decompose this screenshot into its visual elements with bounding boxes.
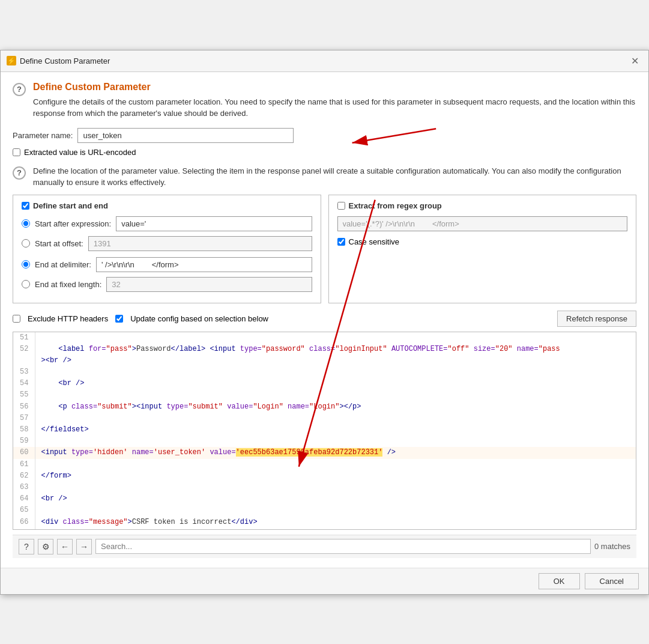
end-delimiter-radio[interactable] xyxy=(22,260,30,269)
header-content: Define Custom Parameter Configure the de… xyxy=(33,82,636,120)
end-fixed-input[interactable] xyxy=(106,277,312,292)
update-config-label: Update config based on selection below xyxy=(130,314,268,323)
help-bottom-button[interactable]: ? xyxy=(19,539,34,554)
line-num: 57 xyxy=(13,413,35,424)
table-row: 60 <input type='hidden' name='user_token… xyxy=(13,447,636,458)
update-config-checkbox[interactable] xyxy=(115,315,123,323)
start-offset-input[interactable] xyxy=(88,236,312,251)
start-offset-row: Start at offset: xyxy=(22,236,312,251)
extract-regex-panel: Extract from regex group Case sensitive xyxy=(328,195,637,303)
cancel-button[interactable]: Cancel xyxy=(585,573,639,589)
line-num: 66 xyxy=(13,517,35,528)
code-line xyxy=(35,528,636,530)
end-fixed-label: End at fixed length: xyxy=(35,280,101,289)
panel-title-row-left: Define start and end xyxy=(22,201,312,210)
case-sensitive-label: Case sensitive xyxy=(349,237,400,246)
table-row: 56 <p class="submit"><input type="submit… xyxy=(13,401,636,413)
start-after-input[interactable] xyxy=(116,216,312,231)
code-line xyxy=(35,459,636,470)
exclude-http-headers-label: Exclude HTTP headers xyxy=(28,314,108,323)
line-num: 64 xyxy=(13,493,35,505)
define-start-end-checkbox[interactable] xyxy=(22,202,29,210)
code-line xyxy=(35,332,636,344)
title-bar-left: ⚡ Define Custom Parameter xyxy=(7,56,110,65)
case-sensitive-checkbox[interactable] xyxy=(337,238,345,246)
header-description: Configure the details of the custom para… xyxy=(33,96,636,120)
extract-regex-checkbox[interactable] xyxy=(337,202,345,210)
code-table: 51 52 <label for="pass">Password</label>… xyxy=(13,332,636,530)
code-line: <div class="message">CSRF token is incor… xyxy=(35,517,636,528)
line-num: 60 xyxy=(13,447,35,458)
refetch-button[interactable]: Refetch response xyxy=(557,311,636,327)
table-row: 66 <div class="message">CSRF token is in… xyxy=(13,517,636,528)
code-line: <p class="submit"><input type="submit" v… xyxy=(35,401,636,413)
define-start-end-title: Define start and end xyxy=(33,201,108,210)
start-offset-label: Start at offset: xyxy=(35,239,83,248)
code-panel[interactable]: 51 52 <label for="pass">Password</label>… xyxy=(13,332,636,530)
line-num: 59 xyxy=(13,436,35,447)
param-name-input[interactable] xyxy=(77,128,294,143)
matches-count: 0 matches xyxy=(594,542,630,551)
end-fixed-radio[interactable] xyxy=(22,280,30,288)
extract-regex-title: Extract from regex group xyxy=(349,201,442,210)
table-row: 67 xyxy=(13,528,636,530)
close-button[interactable]: ✕ xyxy=(627,54,642,68)
table-row: 58 </fieldset> xyxy=(13,424,636,436)
start-after-label: Start after expression: xyxy=(35,219,111,228)
panels-row: Define start and end Start after express… xyxy=(13,195,636,303)
line-num xyxy=(13,355,35,366)
code-line: <br /> xyxy=(35,493,636,505)
lightning-icon: ⚡ xyxy=(7,56,16,65)
table-row: 61 xyxy=(13,459,636,470)
settings-button[interactable]: ⚙ xyxy=(38,539,53,554)
table-row: 64 <br /> xyxy=(13,493,636,505)
forward-button[interactable]: → xyxy=(76,539,92,554)
table-row: 62 </form> xyxy=(13,470,636,482)
line-num: 54 xyxy=(13,378,35,389)
define-custom-parameter-dialog: ⚡ Define Custom Parameter ✕ ? Define Cus… xyxy=(0,50,649,595)
code-line: <label for="pass">Password</label> <inpu… xyxy=(35,344,636,355)
section-header-row: ? Define the location of the parameter v… xyxy=(13,165,636,189)
code-line xyxy=(35,413,636,424)
exclude-http-headers-checkbox[interactable] xyxy=(13,315,20,323)
table-row: 53 xyxy=(13,366,636,378)
extracted-checkbox-label: Extracted value is URL-encoded xyxy=(24,148,136,157)
table-row: 52 <label for="pass">Password</label> <i… xyxy=(13,344,636,355)
regex-input[interactable] xyxy=(337,216,628,231)
table-row: 59 xyxy=(13,436,636,447)
code-line: <br /> xyxy=(35,378,636,389)
back-button[interactable]: ← xyxy=(57,539,73,554)
table-row: 55 xyxy=(13,389,636,401)
table-row: 57 xyxy=(13,413,636,424)
dialog-body: ? Define Custom Parameter Configure the … xyxy=(1,72,648,568)
line-num: 65 xyxy=(13,505,35,516)
end-delimiter-input[interactable] xyxy=(96,257,312,272)
param-name-row: Parameter name: xyxy=(13,128,636,143)
code-line xyxy=(35,505,636,516)
code-line xyxy=(35,482,636,493)
table-row: 54 <br /> xyxy=(13,378,636,389)
start-after-radio[interactable] xyxy=(22,219,30,228)
line-num: 58 xyxy=(13,424,35,436)
search-input[interactable] xyxy=(95,539,591,554)
dialog-footer: OK Cancel xyxy=(1,568,648,594)
end-section: End at delimiter: End at fixed length: xyxy=(22,257,312,292)
dialog-heading: Define Custom Parameter xyxy=(33,82,636,93)
table-row: ><br /> xyxy=(13,355,636,366)
section-description: Define the location of the parameter val… xyxy=(33,165,636,189)
end-fixed-row: End at fixed length: xyxy=(22,277,312,292)
line-num: 55 xyxy=(13,389,35,401)
code-line xyxy=(35,389,636,401)
dialog-title: Define Custom Parameter xyxy=(20,56,110,65)
define-start-end-panel: Define start and end Start after express… xyxy=(13,195,321,303)
start-after-row: Start after expression: xyxy=(22,216,312,231)
end-delimiter-label: End at delimiter: xyxy=(35,260,91,269)
title-bar: ⚡ Define Custom Parameter ✕ xyxy=(1,50,648,72)
line-num: 56 xyxy=(13,401,35,413)
line-num: 61 xyxy=(13,459,35,470)
line-num: 52 xyxy=(13,344,35,355)
case-sensitive-row: Case sensitive xyxy=(337,237,628,246)
ok-button[interactable]: OK xyxy=(539,573,580,589)
start-offset-radio[interactable] xyxy=(22,239,30,248)
extracted-checkbox[interactable] xyxy=(13,148,20,156)
